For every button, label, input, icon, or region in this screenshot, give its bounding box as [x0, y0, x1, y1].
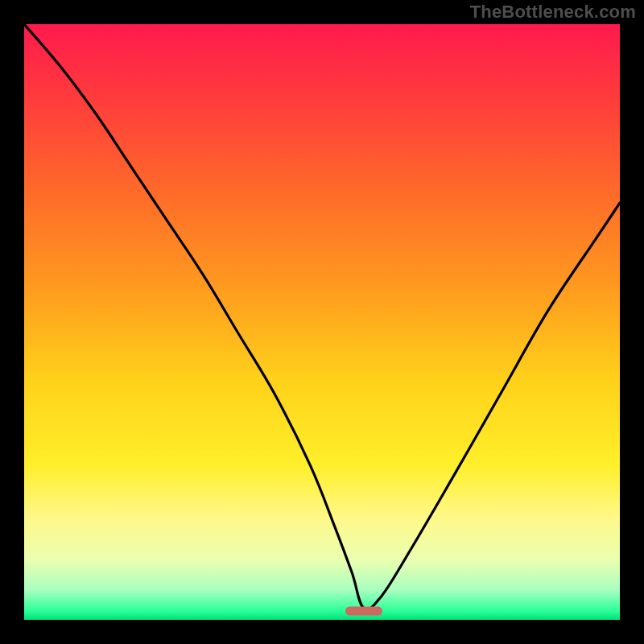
watermark-text: TheBottleneck.com: [470, 2, 636, 23]
optimal-marker: [345, 606, 382, 615]
bottleneck-curve: [24, 24, 620, 620]
plot-area: [24, 24, 620, 620]
chart-frame: TheBottleneck.com: [0, 0, 644, 644]
